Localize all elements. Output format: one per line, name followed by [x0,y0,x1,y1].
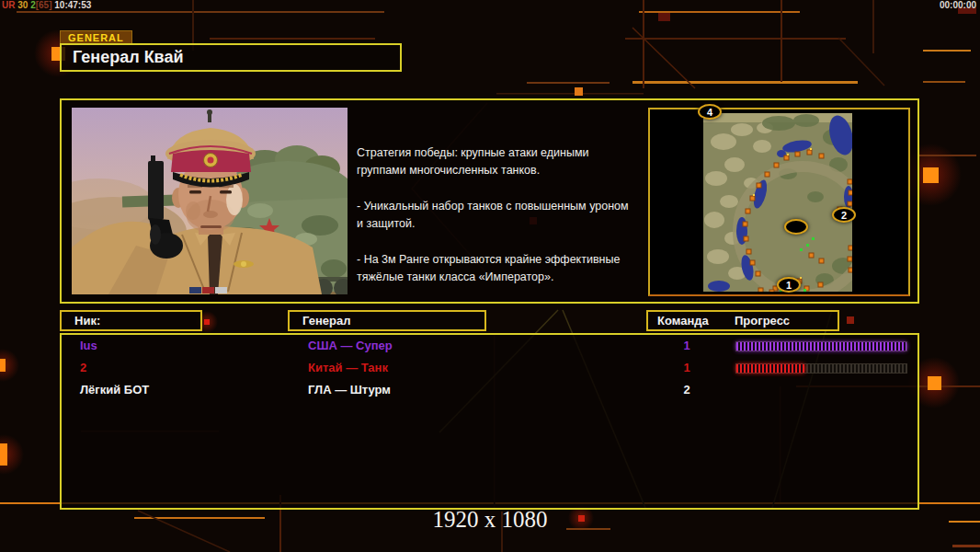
minimap-image [650,109,908,294]
session-part: [65] [36,0,52,10]
column-header-nick: Ник: [60,310,202,331]
session-part: 10:47:53 [52,0,92,10]
map-start-position-1: 1 [777,277,801,293]
player-general: ГЛА — Штурм [308,381,391,399]
session-part: 30 [15,0,28,10]
session-part: 2 [28,0,35,10]
player-name: 2 [80,359,86,377]
map-start-position-2: 2 [832,207,856,223]
page-title: Генерал Квай [60,43,402,72]
loading-screen: UR 30 2[65] 10:47:53 00:00:00 GENERAL Ге… [0,0,980,552]
resolution-label: 1920 x 1080 [0,507,980,533]
player-roster-panel: Ius США — Супер 1 2 Китай — Танк 1 Лёгки… [60,333,919,510]
player-row: Ius США — Супер 1 [62,337,917,355]
player-team: 1 [668,359,705,377]
progress-bar-fill [736,364,804,373]
player-team: 1 [668,337,705,355]
minimap: 4 2 1 [648,108,910,296]
general-tab-label: GENERAL [60,30,132,44]
player-row: Лёгкий БОТ ГЛА — Штурм 2 [62,381,917,399]
progress-bar-fill [736,342,906,351]
column-header-team-progress: Команда Прогресс [646,310,839,331]
player-general: США — Супер [308,337,393,355]
progress-bar [735,363,907,374]
strategy-briefing: Стратегия победы: крупные атаки едиными … [357,144,666,304]
column-header-general: Генерал [288,310,486,331]
session-part: UR [2,0,15,10]
match-timer: 00:00:00 [940,0,976,10]
player-team: 2 [668,381,705,399]
general-portrait [72,108,348,294]
player-name: Лёгкий БОТ [80,381,149,399]
map-start-position-4: 4 [698,104,722,120]
map-start-position-oval [784,219,808,235]
progress-bar [735,341,907,351]
player-general: Китай — Танк [308,359,388,377]
briefing-paragraph: Стратегия победы: крупные атаки едиными … [357,144,666,180]
column-header-progress: Прогресс [735,312,790,329]
player-name: Ius [80,337,97,355]
player-row: 2 Китай — Танк 1 [62,359,917,377]
column-header-team: Команда [657,312,709,329]
briefing-paragraph: - Уникальный набор танков с повышенным у… [357,198,666,234]
briefing-paragraph: - На 3м Ранге открываются крайне эффекти… [357,251,666,287]
session-info-overlay: UR 30 2[65] 10:47:53 [2,0,91,10]
